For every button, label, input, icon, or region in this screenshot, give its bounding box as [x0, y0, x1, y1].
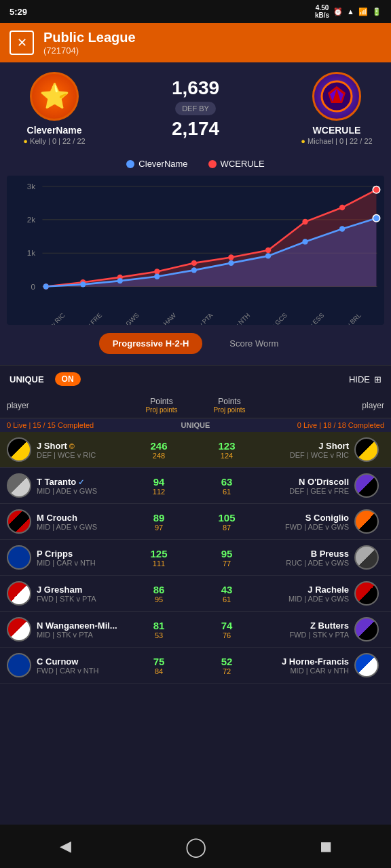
- svg-point-28: [265, 248, 271, 253]
- left-player-name: N Wanganeen-Mil...: [37, 620, 125, 631]
- left-score-proj: 97: [125, 524, 193, 532]
- svg-point-32: [43, 283, 49, 289]
- right-player-info: B Preuss RUC | ADE v GWS: [261, 549, 349, 567]
- left-score-proj: 53: [125, 631, 193, 639]
- right-player-pos: FWD | STK v PTA: [261, 631, 349, 639]
- status-right: 0 Live | 18 / 18 Completed: [229, 421, 384, 429]
- unique-score-main: 105: [193, 512, 261, 524]
- chart-legend: CleverName WCERULE: [7, 159, 384, 169]
- th-player-left: player: [7, 401, 128, 410]
- unique-score-main: 63: [193, 476, 261, 488]
- status-bar: 5:29 4.50kB/s ⏰ ▲ 📶 🔋: [0, 0, 391, 23]
- unique-score-proj: 87: [193, 524, 261, 532]
- svg-text:CAR v NTH: CAR v NTH: [223, 311, 252, 325]
- right-player-avatar: [354, 437, 379, 462]
- legend-left-label: CleverName: [138, 159, 187, 169]
- left-team-avatar: ⭐: [30, 72, 79, 121]
- right-player-name: J Horne-Francis: [261, 656, 349, 667]
- blue-dot: [126, 160, 134, 168]
- left-player-scores: 94 112: [125, 476, 193, 496]
- bottom-nav: ◀ ◯ ◼: [0, 825, 391, 868]
- svg-point-37: [228, 260, 234, 266]
- table-row: P Cripps MID | CAR v NTH 125 111 95 77 B…: [0, 540, 391, 576]
- right-player-pos: DEF | WCE v RIC: [261, 451, 349, 459]
- svg-point-29: [302, 219, 308, 224]
- left-player-pos: MID | CAR v NTH: [37, 559, 125, 567]
- hide-button[interactable]: HIDE ⊞: [349, 374, 381, 384]
- legend-clevername: CleverName: [126, 159, 187, 169]
- left-player-scores: 246 248: [125, 440, 193, 460]
- left-score-main: 125: [125, 548, 193, 559]
- tab-progressive[interactable]: Progressive H-2-H: [99, 333, 203, 354]
- svg-text:COL v GCS: COL v GCS: [259, 311, 288, 325]
- unique-score-main: 43: [193, 584, 261, 595]
- status-right: 4.50kB/s ⏰ ▲ 📶 🔋: [315, 4, 381, 19]
- status-row: 0 Live | 15 / 15 Completed UNIQUE 0 Live…: [0, 418, 391, 432]
- left-player-avatar: [7, 545, 31, 570]
- alarm-icon: ⏰: [333, 7, 343, 16]
- svg-point-25: [154, 269, 160, 274]
- table-row: T Taranto✓ MID | ADE v GWS 94 112 63 61 …: [0, 468, 391, 504]
- left-score-main: 246: [125, 440, 193, 452]
- red-dot: [208, 160, 217, 168]
- left-player-info: T Taranto✓ MID | ADE v GWS: [37, 477, 125, 495]
- left-team-name: CleverName: [27, 125, 82, 136]
- header-text: Public League (721704): [43, 30, 136, 56]
- unique-scores: 43 61: [193, 584, 261, 604]
- left-player-scores: 75 84: [125, 656, 193, 675]
- svg-text:WBD v ESS: WBD v ESS: [296, 311, 326, 325]
- right-team-avatar: [312, 72, 361, 121]
- wifi-icon: ▲: [347, 7, 354, 16]
- left-player-pos: MID | ADE v GWS: [37, 487, 125, 495]
- right-player-pos: RUC | ADE v GWS: [261, 559, 349, 567]
- svg-point-34: [117, 278, 123, 283]
- right-score: 2,174: [172, 118, 219, 140]
- star-icon: ⭐: [39, 82, 70, 111]
- left-player-name: M Crouch: [37, 513, 125, 523]
- unique-scores: 105 87: [193, 512, 261, 532]
- left-team-info: ● Kelly | 0 | 22 / 22: [23, 137, 85, 145]
- left-player-scores: 86 95: [125, 584, 193, 604]
- th-player-right: player: [263, 401, 384, 410]
- left-score-main: 89: [125, 512, 193, 524]
- left-gold-dot: ●: [23, 137, 28, 145]
- svg-point-40: [339, 226, 345, 231]
- unique-score-main: 123: [193, 440, 261, 452]
- left-player-pos: DEF | WCE v RIC: [37, 451, 125, 459]
- right-player-pos: MID | CAR v NTH: [261, 667, 349, 675]
- home-button[interactable]: ◯: [181, 831, 210, 861]
- right-team-name: WCERULE: [313, 125, 361, 136]
- svg-text:GEE v FRE: GEE v FRE: [75, 311, 103, 325]
- page-title: Public League: [43, 30, 136, 45]
- th-points-right: Points Proj points: [196, 397, 263, 414]
- header: ✕ Public League (721704): [0, 23, 391, 62]
- recents-button[interactable]: ◼: [311, 831, 341, 861]
- left-player-avatar: [7, 437, 31, 462]
- svg-text:WCE v RIC: WCE v RIC: [38, 311, 67, 325]
- svg-point-38: [265, 253, 271, 258]
- left-player-pos: MID | ADE v GWS: [37, 523, 125, 531]
- left-score-main: 94: [125, 476, 193, 488]
- right-player-avatar: [354, 473, 379, 498]
- right-player-name: J Rachele: [261, 585, 349, 595]
- right-player-avatar: [354, 653, 379, 677]
- close-button[interactable]: ✕: [10, 31, 34, 55]
- hide-icon: ⊞: [374, 374, 381, 384]
- table-row: N Wanganeen-Mil... MID | STK v PTA 81 53…: [0, 612, 391, 648]
- left-player-pos: FWD | STK v PTA: [37, 595, 125, 603]
- unique-score-proj: 77: [193, 559, 261, 568]
- chart-svg: 3k 2k 1k 0 WCE v RIC GEE v FRE ADE v GWS…: [7, 176, 384, 325]
- unique-scores: 123 124: [193, 440, 261, 460]
- signal-icon: 📶: [358, 7, 368, 16]
- left-score-proj: 112: [125, 488, 193, 496]
- svg-point-31: [373, 186, 379, 193]
- left-score-main: 81: [125, 620, 193, 631]
- unique-toggle[interactable]: ON: [55, 372, 81, 386]
- battery-icon: 🔋: [372, 7, 381, 16]
- table-row: J Gresham FWD | STK v PTA 86 95 43 61 J …: [0, 576, 391, 612]
- back-icon: ◀: [60, 837, 71, 855]
- unique-score-proj: 61: [193, 595, 261, 604]
- status-center: UNIQUE: [162, 421, 229, 429]
- tab-score-worm[interactable]: Score Worm: [216, 333, 292, 354]
- back-button[interactable]: ◀: [50, 831, 80, 861]
